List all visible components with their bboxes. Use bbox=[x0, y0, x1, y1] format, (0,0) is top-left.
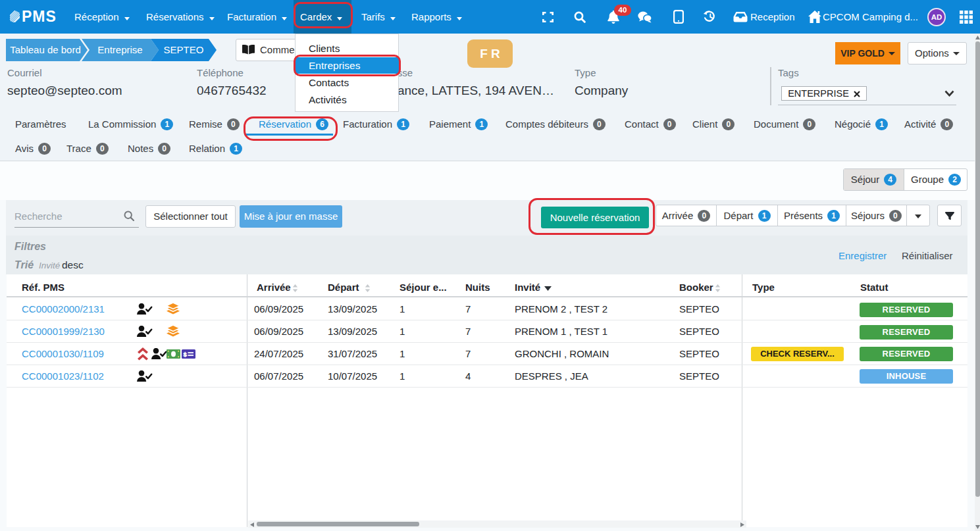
svg-text:$: $ bbox=[184, 351, 188, 358]
